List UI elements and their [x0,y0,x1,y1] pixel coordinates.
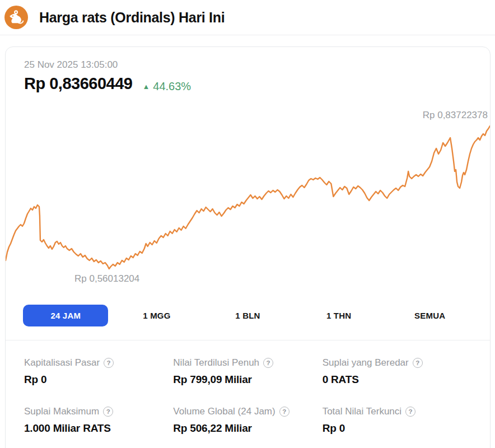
price-change-percent: 44.63% [153,80,191,93]
help-icon[interactable]: ? [279,407,289,417]
time-range-24-jam[interactable]: 24 JAM [23,305,108,326]
stat-label: Nilai Terdilusi Penuh [173,357,259,368]
up-arrow-icon: ▲ [142,83,150,90]
help-icon[interactable]: ? [103,407,113,417]
stat-max-supply: Suplai Maksimum ? 1.000 Miliar RATS [24,406,173,435]
stat-label: Suplai Maksimum [24,406,99,417]
help-icon[interactable]: ? [405,407,415,417]
stat-circulating-supply: Suplai yang Beredar ? 0 RATS [323,357,471,386]
stat-value: 1.000 Miliar RATS [24,422,173,435]
stat-total-value-locked: Total Nilai Terkunci ? Rp 0 [323,406,471,435]
price-timestamp: 25 Nov 2025 13:05:00 [24,59,471,71]
time-range-1-mgg[interactable]: 1 MGG [143,305,170,326]
time-range-1-bln[interactable]: 1 BLN [235,305,260,326]
stat-label: Total Nilai Terkunci [323,406,401,417]
stat-label: Suplai yang Beredar [323,357,409,368]
stat-market-cap: Kapitalisasi Pasar ? Rp 0 [24,357,173,386]
help-icon[interactable]: ? [263,358,273,368]
chart-low-label: Rp 0,56013204 [74,273,139,284]
stat-value: Rp 0 [24,374,173,386]
stat-value: 0 RATS [323,374,471,386]
price-line [6,126,490,269]
price-card: 25 Nov 2025 13:05:00 Rp 0,83660449 ▲ 44.… [5,46,491,448]
time-range-selector: 24 JAM 1 MGG 1 BLN 1 THN SEMUA [20,305,475,326]
help-icon[interactable]: ? [413,358,423,368]
price-chart[interactable]: Rp 0,83722378 Rp 0,56013204 [6,100,490,296]
page-header: Harga rats (Ordinals) Hari Ini [0,0,495,35]
stat-global-volume: Volume Global (24 Jam) ? Rp 506,22 Milia… [173,406,322,435]
stats-grid: Kapitalisasi Pasar ? Rp 0 Nilai Terdilus… [6,340,490,435]
stat-label: Volume Global (24 Jam) [173,406,275,417]
stat-value: Rp 799,09 Miliar [173,374,322,386]
time-range-1-thn[interactable]: 1 THN [326,305,351,326]
price-chart-svg[interactable] [6,100,490,296]
price-change: ▲ 44.63% [142,80,191,93]
stat-value: Rp 506,22 Miliar [173,422,322,435]
current-price: Rp 0,83660449 [24,74,132,93]
help-icon[interactable]: ? [104,358,114,368]
time-range-semua[interactable]: SEMUA [414,305,445,326]
stat-fully-diluted: Nilai Terdilusi Penuh ? Rp 799,09 Miliar [173,357,322,386]
page-title: Harga rats (Ordinals) Hari Ini [39,10,225,26]
rat-icon [4,6,28,29]
stat-label: Kapitalisasi Pasar [24,357,100,368]
chart-high-label: Rp 0,83722378 [423,110,488,121]
stat-value: Rp 0 [323,422,471,435]
